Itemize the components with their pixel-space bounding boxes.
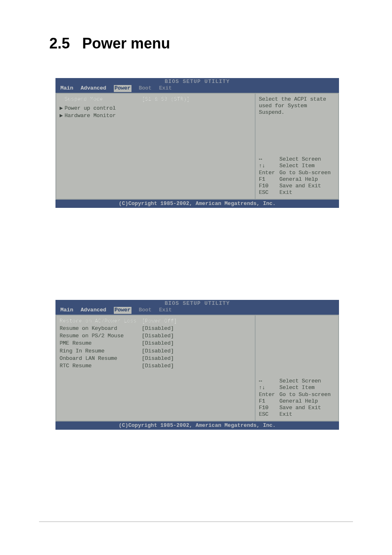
setting-value: [Disabled] bbox=[142, 325, 174, 332]
tab-main[interactable]: Main bbox=[60, 85, 73, 92]
bios-footer: (C)Copyright 1985-2002, American Megatre… bbox=[55, 421, 339, 430]
legend-key: F1 bbox=[259, 176, 279, 183]
setting-row[interactable]: Restore on AC/Power Loss [Power Off] bbox=[60, 318, 251, 325]
section-name: Power menu bbox=[82, 35, 170, 52]
tab-main[interactable]: Main bbox=[60, 307, 73, 313]
legend-key: F10 bbox=[259, 405, 279, 411]
setting-value: [Disabled] bbox=[142, 333, 174, 339]
setting-label: Resume on Keyboard bbox=[60, 325, 142, 332]
submenu-arrow-icon: ▶ bbox=[60, 105, 65, 112]
bios-left-pane: Suspend Mode [S1 & S3 (STR)] ▶Power up c… bbox=[55, 93, 255, 200]
bios-tabs: Main Advanced Power Boot Exit bbox=[55, 85, 339, 92]
legend-key: Enter bbox=[259, 391, 279, 398]
key-legend: ↔Select Screen ↑↓Select Item EnterGo to … bbox=[259, 156, 335, 196]
setting-row[interactable]: Resume on PS/2 Mouse [Disabled] bbox=[60, 333, 251, 339]
legend-key: F1 bbox=[259, 398, 279, 405]
legend-key: ESC bbox=[259, 411, 279, 418]
setting-value: [Disabled] bbox=[142, 363, 174, 369]
legend-text: Select Screen bbox=[279, 156, 321, 163]
setting-label: Ring In Resume bbox=[60, 348, 142, 355]
setting-value: [Power Off] bbox=[142, 318, 177, 325]
arrows-ud-icon: ↑↓ bbox=[259, 163, 279, 169]
legend-text: Save and Exit bbox=[279, 183, 321, 189]
tab-advanced[interactable]: Advanced bbox=[81, 85, 106, 92]
bios-window-power-menu: BIOS SETUP UTILITY Main Advanced Power B… bbox=[55, 78, 339, 208]
setting-row[interactable]: Suspend Mode [S1 & S3 (STR)] bbox=[60, 96, 251, 103]
tab-advanced[interactable]: Advanced bbox=[81, 307, 106, 313]
setting-value: [Disabled] bbox=[142, 355, 174, 362]
setting-row[interactable]: RTC Resume [Disabled] bbox=[60, 363, 251, 369]
page-title: 2.5Power menu bbox=[49, 35, 170, 52]
legend-text: Save and Exit bbox=[279, 405, 321, 411]
setting-row[interactable]: ▶Hardware Monitor bbox=[60, 113, 251, 119]
setting-row[interactable]: Onboard LAN Resume [Disabled] bbox=[60, 355, 251, 362]
bios-title: BIOS SETUP UTILITY bbox=[165, 78, 230, 85]
setting-row[interactable]: Ring In Resume [Disabled] bbox=[60, 348, 251, 355]
setting-label: Suspend Mode bbox=[65, 96, 103, 102]
help-text: Select the ACPI state used for System Su… bbox=[259, 96, 335, 116]
key-legend: ↔Select Screen ↑↓Select Item EnterGo to … bbox=[259, 378, 335, 418]
setting-label: Hardware Monitor bbox=[65, 113, 116, 119]
legend-text: General Help bbox=[279, 176, 318, 183]
setting-row[interactable]: PME Resume [Disabled] bbox=[60, 340, 251, 347]
bios-footer: (C)Copyright 1985-2002, American Megatre… bbox=[55, 200, 339, 208]
legend-key: Enter bbox=[259, 170, 279, 176]
tab-boot[interactable]: Boot bbox=[139, 307, 152, 313]
setting-label: Resume on PS/2 Mouse bbox=[60, 333, 142, 339]
arrows-lr-icon: ↔ bbox=[259, 378, 279, 385]
bios-body: Restore on AC/Power Loss [Power Off] Res… bbox=[55, 315, 339, 421]
setting-value: [S1 & S3 (STR)] bbox=[142, 96, 190, 103]
legend-text: General Help bbox=[279, 398, 318, 405]
setting-label: RTC Resume bbox=[60, 363, 142, 369]
legend-text: Exit bbox=[279, 189, 292, 196]
bios-header: BIOS SETUP UTILITY bbox=[55, 300, 339, 307]
legend-text: Select Item bbox=[279, 163, 315, 169]
setting-label: Restore on AC/Power Loss bbox=[60, 318, 142, 325]
bios-right-pane: ↔Select Screen ↑↓Select Item EnterGo to … bbox=[255, 315, 339, 421]
tab-boot[interactable]: Boot bbox=[139, 85, 152, 92]
arrows-ud-icon: ↑↓ bbox=[259, 385, 279, 391]
tab-power[interactable]: Power bbox=[114, 307, 131, 313]
setting-value: [Disabled] bbox=[142, 348, 174, 355]
bios-right-pane: Select the ACPI state used for System Su… bbox=[255, 93, 339, 200]
legend-text: Exit bbox=[279, 411, 292, 418]
legend-key: ESC bbox=[259, 189, 279, 196]
legend-text: Select Screen bbox=[279, 378, 321, 385]
bios-body: Suspend Mode [S1 & S3 (STR)] ▶Power up c… bbox=[55, 93, 339, 200]
blank-icon bbox=[60, 96, 65, 103]
tab-exit[interactable]: Exit bbox=[159, 85, 172, 92]
tab-exit[interactable]: Exit bbox=[159, 307, 172, 313]
page-divider bbox=[39, 521, 353, 522]
section-number: 2.5 bbox=[49, 35, 70, 52]
setting-value: [Disabled] bbox=[142, 340, 174, 347]
bios-title: BIOS SETUP UTILITY bbox=[165, 300, 230, 306]
legend-text: Go to Sub-screen bbox=[279, 170, 331, 176]
legend-text: Go to Sub-screen bbox=[279, 391, 331, 398]
legend-key: F10 bbox=[259, 183, 279, 189]
setting-label: Onboard LAN Resume bbox=[60, 355, 142, 362]
legend-text: Select Item bbox=[279, 385, 315, 391]
bios-left-pane: Restore on AC/Power Loss [Power Off] Res… bbox=[55, 315, 255, 421]
setting-label: Power up control bbox=[65, 105, 116, 111]
tab-power[interactable]: Power bbox=[114, 85, 131, 92]
arrows-lr-icon: ↔ bbox=[259, 156, 279, 163]
bios-header: BIOS SETUP UTILITY bbox=[55, 78, 339, 85]
setting-row[interactable]: ▶Power up control bbox=[60, 105, 251, 112]
bios-window-power-up-control: BIOS SETUP UTILITY Main Advanced Power B… bbox=[55, 300, 339, 430]
bios-tabs: Main Advanced Power Boot Exit bbox=[55, 307, 339, 314]
submenu-arrow-icon: ▶ bbox=[60, 113, 65, 119]
setting-label: PME Resume bbox=[60, 340, 142, 347]
setting-row[interactable]: Resume on Keyboard [Disabled] bbox=[60, 325, 251, 332]
